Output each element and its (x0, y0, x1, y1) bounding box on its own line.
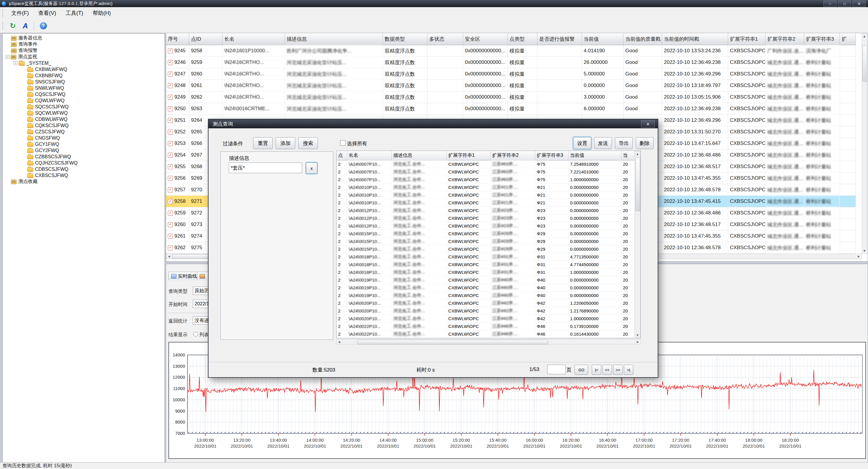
dialog-table-row[interactable]: 2\A24\0007P10...河北化工.合作...CXBWLW\OPC江苏#6… (337, 160, 641, 168)
dialog-column-header-2[interactable]: 描述信息 (392, 151, 447, 160)
table-row[interactable]: ✓92509263\N24\0016CRTME...河北城北采油化管计站压...… (166, 103, 868, 115)
dialog-table-row[interactable]: 2\A24\0019P10...河北化工.合作...CXBWLW\OPC江苏#4… (337, 284, 641, 292)
scroll-down-icon[interactable]: ▼ (863, 249, 866, 253)
close-button[interactable]: ✕ (852, 1, 866, 7)
last-page-button[interactable]: >| (624, 365, 633, 375)
sidebar-item-_SYSTEM_[interactable]: _SYSTEM_ (3, 60, 164, 66)
dialog-column-header-3[interactable]: 扩展字符串1 (447, 151, 491, 160)
next-page-button[interactable]: >> (613, 365, 623, 375)
sidebar-item-CZBBSCSJFWQ[interactable]: CZBBSCSJFWQ (3, 154, 164, 160)
column-header-14[interactable]: 扩展字符串3 (804, 33, 840, 45)
table-row[interactable]: ✓92469259\N24\16CRTHO...河北城北采油化管计站压...双精… (166, 57, 868, 68)
column-header-10[interactable]: 当前值的质量戳 (623, 33, 662, 45)
sidebar-item-CXBNBFWQ[interactable]: CXBNBFWQ (3, 72, 164, 79)
column-header-9[interactable]: 当前值 (582, 33, 623, 45)
sidebar-item-SNWLWFWQ[interactable]: SNWLWFWQ (3, 85, 164, 91)
sidebar-item-SNSCSJFWQ[interactable]: SNSCSJFWQ (3, 79, 164, 85)
settings-button[interactable]: 设置 (573, 137, 591, 149)
refresh-button[interactable]: ↻ (8, 21, 18, 31)
curve-tool-button[interactable]: A (20, 21, 30, 31)
dialog-table-row[interactable]: 2\A24\0018P10...河北化工.合作...CXBWLW\OPC江苏#3… (337, 261, 641, 269)
dialog-table-row[interactable]: 2\A24\0019P10...河北化工.合作...CXBWLW\OPC江苏#4… (337, 276, 641, 284)
select-all-checkbox[interactable] (340, 140, 345, 146)
sidebar-item-GCY2FWQ[interactable]: GCY2FWQ (3, 147, 164, 154)
page-number-input[interactable] (547, 365, 566, 374)
collapse-icon[interactable] (6, 55, 9, 59)
sidebar-item-CQSCSJFWQ[interactable]: CQSCSJFWQ (3, 91, 164, 97)
sidebar-item-CQKSCSJFWQ[interactable]: CQKSCSJFWQ (3, 122, 164, 129)
table-row[interactable]: ✓92479260\N24\16CRTHO...河北城北采油化管计站压...双精… (166, 68, 868, 80)
dialog-table-row[interactable]: 2\A24\0019P10...河北化工.合作...CXBWLW\OPC江苏#4… (337, 292, 641, 300)
sidebar-item-查询事件[interactable]: 查询事件 (3, 41, 164, 48)
first-page-button[interactable]: |< (592, 365, 601, 375)
column-header-11[interactable]: 当前值的时间戳 (662, 33, 728, 45)
sidebar-item-CNGSFWQ[interactable]: CNGSFWQ (3, 135, 164, 141)
tab-realtime-curve[interactable]: 实时曲线 (168, 272, 199, 280)
table-row[interactable]: ✓92499262\N24\16CRTHO...河北城北采油化管计站压...双精… (166, 92, 868, 103)
add-button[interactable]: 添加 (276, 137, 295, 149)
filter-clear-button[interactable]: x (306, 162, 317, 174)
dialog-table-row[interactable]: 2\A24\0015P10...河北化工.合作...CXBWLW\OPC江苏#2… (337, 245, 641, 253)
dialog-hscrollbar[interactable]: ◄ ► (336, 339, 641, 345)
dialog-table-row[interactable]: 2\A24\0020P10...河北化工.合作...CXBWLW\OPC江苏#4… (337, 315, 641, 322)
dialog-table-row[interactable]: 2\A24\0015P10...河北化工.合作...CXBWLW\OPC江苏#2… (337, 230, 641, 238)
result-list-radio[interactable] (193, 332, 198, 337)
sidebar-item-SQCSCSJFWQ[interactable]: SQCSCSJFWQ (3, 104, 164, 110)
scroll-down-icon[interactable]: ▼ (636, 333, 639, 337)
dialog-column-header-7[interactable]: 当 (621, 151, 635, 160)
scroll-left-icon[interactable]: ◄ (167, 255, 171, 258)
sidebar-item-CQJHZCSCSJFWQ[interactable]: CQJHZCSCSJFWQ (3, 160, 164, 166)
dialog-table-row[interactable]: 2\A24\0020P10...河北化工.合作...CXBWLW\OPC江苏#4… (337, 307, 641, 315)
table-row[interactable]: ✓92459258\N24\1601P10000...胜利广河分公司固腾净化争.… (166, 45, 868, 57)
minimize-button[interactable]: ─ (824, 1, 837, 7)
dialog-column-header-6[interactable]: 当前值 (568, 151, 621, 160)
dialog-column-header-0[interactable]: 点 (337, 151, 347, 160)
scroll-up-icon[interactable]: ▲ (863, 34, 866, 38)
dialog-titlebar[interactable]: 测点查询 (209, 119, 658, 128)
menu-item-3[interactable]: 帮助(H) (88, 8, 116, 19)
column-header-8[interactable]: 是否进行值报警 (537, 33, 582, 45)
dialog-table-row[interactable]: 2\A24\0018P10...河北化工.合作...CXBWLW\OPC江苏#3… (337, 253, 641, 261)
delete-button[interactable]: 删除 (636, 137, 653, 149)
export-button[interactable]: 导出 (615, 137, 633, 149)
dialog-table-row[interactable]: 2\A24\0012P10...河北化工.合作...CXBWLW\OPC江苏#2… (337, 207, 641, 214)
menu-item-0[interactable]: 文件(F) (6, 8, 34, 19)
column-header-0[interactable]: 序号 (166, 33, 189, 45)
sidebar-item-SQCWLWFWQ[interactable]: SQCWLWFWQ (3, 110, 164, 116)
sidebar-item-CDBSCSJFWQ[interactable]: CDBSCSJFWQ (3, 166, 164, 172)
sidebar-item-CDBWLWFWQ[interactable]: CDBWLWFWQ (3, 116, 164, 122)
dialog-table-row[interactable]: 2\A24\0007P10...河北化工.合作...CXBWLW\OPC江苏#6… (337, 168, 641, 176)
column-header-6[interactable]: 安全区 (463, 33, 508, 45)
dialog-table-row[interactable]: 2\A24\0022P10...河北化工.合作...CXBWLW\OPC江苏#4… (337, 330, 641, 338)
column-header-3[interactable]: 描述信息 (285, 33, 383, 45)
reset-button[interactable]: 重置 (253, 137, 273, 149)
dialog-column-header-5[interactable]: 扩展字符串3 (535, 151, 568, 160)
go-button[interactable]: GO (575, 365, 588, 375)
filter-value-input[interactable]: *套压* (229, 162, 302, 173)
dialog-table-row[interactable]: 2\A24\0010P10...河北化工.合作...CXBWLW\OPC江苏#2… (337, 184, 641, 191)
hscroll-thumb[interactable] (358, 340, 548, 345)
dialog-column-header-1[interactable]: 长名 (347, 151, 392, 160)
column-header-15[interactable]: 扩 (840, 33, 856, 45)
prev-page-button[interactable]: << (602, 365, 612, 375)
help-button[interactable]: ? (38, 21, 49, 31)
table-vscrollbar[interactable]: ▲ ▼ (862, 33, 867, 254)
column-header-1[interactable]: 点ID (189, 33, 222, 45)
scroll-left-icon[interactable]: ◄ (337, 340, 341, 344)
sidebar-item-GCY1FWQ[interactable]: GCY1FWQ (3, 141, 164, 147)
dialog-table-row[interactable]: 2\A24\0012P10...河北化工.合作...CXBWLW\OPC江苏#2… (337, 222, 641, 230)
dialog-table-row[interactable]: 2\A24\0007P10...河北化工.合作...CXBWLW\OPC江苏#6… (337, 176, 641, 184)
dialog-table-row[interactable]: 2\A24\0015P10...河北化工.合作...CXBWLW\OPC江苏#2… (337, 238, 641, 245)
scroll-right-icon[interactable]: ► (636, 340, 640, 344)
sidebar-item-CQWLWFWQ[interactable]: CQWLWFWQ (3, 97, 164, 104)
column-header-4[interactable]: 数据类型 (383, 33, 428, 45)
dialog-table-row[interactable]: 2\A24\0010P10...河北化工.合作...CXBWLW\OPC江苏#2… (337, 191, 641, 199)
sidebar-item-CZSCSJFWQ[interactable]: CZSCSJFWQ (3, 129, 164, 135)
column-header-5[interactable]: 多状态 (428, 33, 463, 45)
sidebar-item-查询报警[interactable]: 查询报警 (3, 48, 164, 54)
vscroll-thumb[interactable] (862, 45, 867, 82)
menu-item-1[interactable]: 查看(V) (34, 8, 61, 19)
dialog-table-row[interactable]: 2\A24\0010P10...河北化工.合作...CXBWLW\OPC江苏#2… (337, 199, 641, 207)
dialog-table-row[interactable]: 2\A24\0018P10...河北化工.合作...CXBWLW\OPC江苏#3… (337, 269, 641, 276)
dialog-column-header-4[interactable]: 扩展字符串2 (491, 151, 535, 160)
